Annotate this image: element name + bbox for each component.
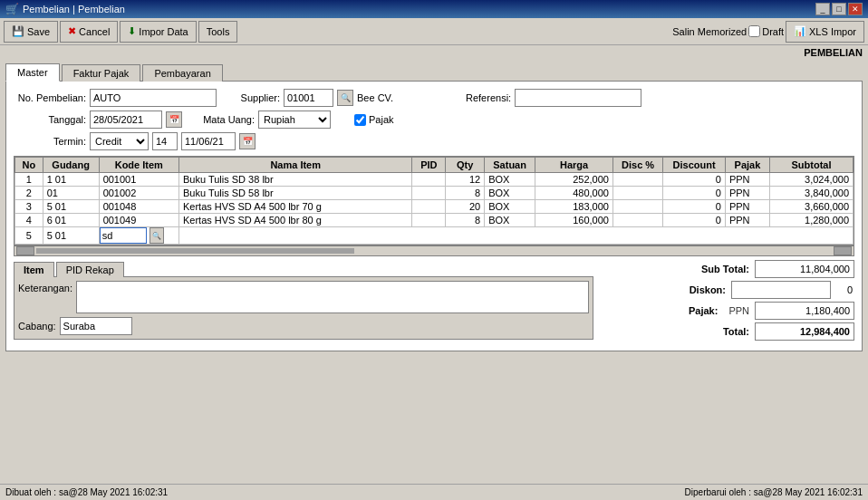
minimize-button[interactable]: _ xyxy=(815,3,830,15)
pajak-checkbox-area[interactable]: Pajak xyxy=(354,114,394,126)
tools-button[interactable]: Tools xyxy=(198,21,238,43)
supplier-label: Supplier: xyxy=(235,92,280,103)
supplier-name: Bee CV. xyxy=(357,92,411,103)
summary-area: Sub Total: Diskon: 0 Pajak: PPN Tot xyxy=(601,260,854,343)
pajak-value[interactable] xyxy=(755,302,854,320)
toolbar: 💾 Save ✖ Cancel ⬇ Impor Data Tools Salin… xyxy=(0,18,868,45)
hscroll-bar[interactable] xyxy=(14,245,854,256)
cabang-row: Cabang: xyxy=(18,317,589,335)
col-kode: Kode Item xyxy=(99,158,178,173)
total-label: Total: xyxy=(686,326,749,337)
sub-total-label: Sub Total: xyxy=(686,264,749,274)
diskon-input[interactable] xyxy=(731,281,831,299)
data-table: No Gudang Kode Item Nama Item PID Qty Sa… xyxy=(14,157,854,245)
diskon-row: Diskon: 0 xyxy=(601,281,854,299)
xls-button[interactable]: 📊 XLS Impor xyxy=(786,21,864,43)
table-row[interactable]: 4 6 01 001049 Kertas HVS SD A4 500 lbr 8… xyxy=(15,214,854,227)
total-value[interactable] xyxy=(755,322,854,341)
calendar-button[interactable]: 📅 xyxy=(166,111,182,128)
draft-checkbox[interactable] xyxy=(748,25,760,37)
form-panel: No. Pembelian: Supplier: 🔍 Bee CV. Refer… xyxy=(5,81,863,351)
col-gudang: Gudang xyxy=(43,158,99,173)
table-row-editing[interactable]: 5 5 01 🔍 xyxy=(15,227,854,245)
page-label: PEMBELIAN xyxy=(0,45,868,60)
total-row: Total: xyxy=(601,322,854,341)
tab-bar: Master Faktur Pajak Pembayaran xyxy=(5,63,863,82)
tanggal-label: Tanggal: xyxy=(14,114,86,125)
col-no: No xyxy=(15,158,43,173)
import-icon: ⬇ xyxy=(128,25,136,37)
mata-uang-label: Mata Uang: xyxy=(200,114,255,125)
import-button[interactable]: ⬇ Impor Data xyxy=(120,21,196,43)
cabang-input[interactable] xyxy=(60,317,132,335)
main-container: Master Faktur Pajak Pembayaran No. Pembe… xyxy=(0,60,868,355)
mata-uang-select[interactable]: Rupiah xyxy=(258,111,331,129)
col-disc: Disc % xyxy=(612,158,662,173)
sub-total-value[interactable] xyxy=(755,260,854,278)
status-created: Dibuat oleh : sa@28 May 2021 16:02:31 xyxy=(5,487,434,497)
termin-label: Termin: xyxy=(14,136,86,147)
termin-calendar-icon: 📅 xyxy=(243,137,253,146)
keterangan-label: Keterangan: xyxy=(18,283,72,293)
app-icon: 🛒 xyxy=(5,3,19,15)
salin-memorized-label: Salin Memorized xyxy=(672,26,747,37)
calendar-icon: 📅 xyxy=(169,115,179,124)
titlebar-title: Pembelian | Pembelian xyxy=(23,4,815,14)
save-button[interactable]: 💾 Save xyxy=(4,21,58,43)
termin-date-input[interactable] xyxy=(181,132,236,150)
pajak-row: Pajak: PPN xyxy=(601,302,854,320)
termin-select[interactable]: Credit Cash xyxy=(90,132,149,150)
xls-icon: 📊 xyxy=(794,25,806,37)
termin-calendar-button[interactable]: 📅 xyxy=(239,133,256,149)
cancel-icon: ✖ xyxy=(68,25,76,37)
tab-item[interactable]: Item xyxy=(14,262,54,277)
supplier-code-input[interactable] xyxy=(284,89,333,107)
sub-total-row: Sub Total: xyxy=(601,260,854,278)
pajak-note: PPN xyxy=(728,305,749,316)
maximize-button[interactable]: □ xyxy=(832,3,846,15)
col-nama: Nama Item xyxy=(178,158,411,173)
tab-pembayaran[interactable]: Pembayaran xyxy=(142,64,222,82)
pajak-label: Pajak xyxy=(369,114,394,125)
statusbar: Dibuat oleh : sa@28 May 2021 16:02:31 Di… xyxy=(0,484,868,500)
data-table-container: No Gudang Kode Item Nama Item PID Qty Sa… xyxy=(14,156,854,245)
kode-item-search-btn[interactable]: 🔍 xyxy=(149,227,164,244)
draft-checkbox-area[interactable]: Draft xyxy=(748,25,784,37)
cancel-button[interactable]: ✖ Cancel xyxy=(60,21,118,43)
kode-item-edit-input[interactable] xyxy=(100,227,147,244)
col-qty: Qty xyxy=(446,158,485,173)
no-pembelian-input[interactable] xyxy=(90,89,217,107)
table-row[interactable]: 2 01 001002 Buku Tulis SD 58 lbr 8 BOX 4… xyxy=(15,187,854,200)
col-subtotal: Subtotal xyxy=(769,158,853,173)
bottom-tab-bar: Item PID Rekap xyxy=(14,262,593,277)
referensi-input[interactable] xyxy=(515,89,641,107)
titlebar: 🛒 Pembelian | Pembelian _ □ ✕ xyxy=(0,0,868,18)
supplier-search-button[interactable]: 🔍 xyxy=(337,90,353,106)
search-icon: 🔍 xyxy=(341,93,351,102)
pajak-checkbox[interactable] xyxy=(354,114,366,126)
cabang-label: Cabang: xyxy=(18,321,56,332)
table-row[interactable]: 1 1 01 001001 Buku Tulis SD 38 lbr 12 BO… xyxy=(15,173,854,187)
table-row[interactable]: 3 5 01 001048 Kertas HVS SD A4 500 lbr 7… xyxy=(15,200,854,214)
pajak-sum-label: Pajak: xyxy=(654,305,718,316)
tab-faktur-pajak[interactable]: Faktur Pajak xyxy=(62,64,141,82)
col-discount: Discount xyxy=(663,158,726,173)
col-satuan: Satuan xyxy=(485,158,535,173)
diskon-label: Diskon: xyxy=(662,284,726,295)
close-button[interactable]: ✕ xyxy=(848,3,863,15)
col-harga: Harga xyxy=(535,158,613,173)
termin-days-input[interactable] xyxy=(152,132,178,150)
no-pembelian-label: No. Pembelian: xyxy=(14,92,86,103)
tab-pid-rekap[interactable]: PID Rekap xyxy=(56,262,124,277)
col-pajak: Pajak xyxy=(725,158,769,173)
col-pid: PID xyxy=(412,158,446,173)
save-icon: 💾 xyxy=(12,25,24,37)
tab-master[interactable]: Master xyxy=(5,63,60,82)
status-updated: Diperbarui oleh : sa@28 May 2021 16:02:3… xyxy=(434,487,863,497)
referensi-label: Referensi: xyxy=(466,92,511,103)
keterangan-input[interactable] xyxy=(76,281,589,313)
tanggal-input[interactable] xyxy=(90,111,162,129)
